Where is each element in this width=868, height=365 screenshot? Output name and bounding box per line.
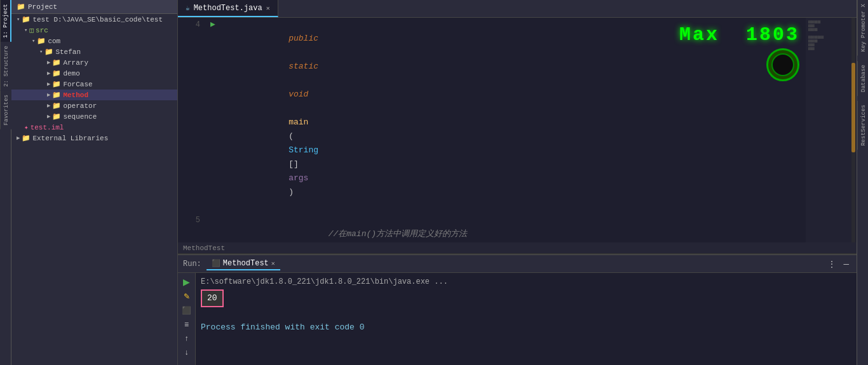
sidebar-item-structure[interactable]: 2: Structure bbox=[0, 42, 11, 91]
tree-label-forcase: ForCase bbox=[63, 81, 92, 88]
output-finished-line: Process finished with exit code 0 bbox=[201, 321, 851, 334]
type-string: String bbox=[288, 145, 318, 155]
tree-label-sequence: sequence bbox=[63, 113, 97, 121]
tree-label-com: com bbox=[48, 37, 60, 45]
editor-minimap: ████████ ████ ██████ ██████████ ██████ █… bbox=[806, 18, 857, 242]
editor-tabs: ☕ MethodTest.java ✕ bbox=[178, 0, 857, 18]
tree-item-test[interactable]: ▾ 📁 test D:\JAVA_SE\basic_code\test bbox=[11, 14, 177, 25]
scrollbar-track[interactable] bbox=[851, 18, 855, 242]
run-tab-close[interactable]: ✕ bbox=[271, 260, 275, 267]
tree-label-test: test D:\JAVA_SE\basic_code\test bbox=[32, 16, 163, 23]
folder-icon-forcase: 📁 bbox=[52, 80, 61, 88]
tree-item-demo[interactable]: ▶ 📁 demo bbox=[11, 68, 177, 79]
expand-arrow: ▾ bbox=[17, 16, 20, 23]
project-sidebar: 📁 Project ▾ 📁 test D:\JAVA_SE\basic_code… bbox=[11, 0, 178, 365]
run-down-btn[interactable]: ↓ bbox=[182, 347, 191, 358]
expand-arrow-com: ▾ bbox=[32, 37, 35, 44]
tree-label-stefan: Stefan bbox=[55, 48, 81, 56]
run-tab-icon: ⬛ bbox=[212, 259, 220, 267]
run-stop-btn[interactable]: ⬛ bbox=[179, 305, 194, 316]
minimap-content: ████████ ████ ██████ ██████████ ██████ █… bbox=[806, 18, 857, 53]
tree-item-method[interactable]: ▶ 📁 Method bbox=[11, 90, 177, 100]
run-list-btn[interactable]: ≡ bbox=[182, 319, 191, 330]
expand-arrow-method: ▶ bbox=[47, 91, 50, 98]
comment-5: //在main()方法中调用定义好的方法 bbox=[288, 229, 467, 239]
kw-void-4: void bbox=[288, 90, 308, 99]
run-panel-minimize-btn[interactable]: ─ bbox=[841, 258, 851, 270]
tree-item-external-libs[interactable]: ▶ 📁 External Libraries bbox=[11, 133, 177, 143]
line-gutter-4: ▶ bbox=[207, 18, 219, 213]
expand-arrow-operator: ▶ bbox=[47, 102, 50, 109]
line-content-5: //在main()方法中调用定义好的方法 bbox=[219, 213, 806, 242]
run-panel-menu-btn[interactable]: ⋮ bbox=[825, 258, 838, 270]
run-tab-methodtest[interactable]: ⬛ MethodTest ✕ bbox=[207, 258, 280, 270]
expand-arrow-sequence: ▶ bbox=[47, 113, 50, 120]
right-tab-key-promoter[interactable]: Key Promoter X bbox=[857, 0, 868, 56]
run-panel-body: ▶ ✎ ⬛ ≡ ↑ ↓ E:\software\jdk1.8.0_221\jdk… bbox=[178, 273, 857, 365]
run-panel-actions: ⋮ ─ bbox=[825, 258, 851, 270]
folder-icon-arrary: 📁 bbox=[52, 58, 61, 67]
code-content[interactable]: 4 ▶ public static void main ( String bbox=[178, 18, 806, 242]
line-content-4: public static void main ( String [] args bbox=[219, 18, 806, 213]
sidebar-title: Project bbox=[28, 3, 57, 11]
folder-icon: 📁 bbox=[17, 3, 25, 11]
tree-item-sequence[interactable]: ▶ 📁 sequence bbox=[11, 111, 177, 122]
left-side-tabs: 1: Project 2: Structure Favorites bbox=[0, 0, 11, 365]
tab-label-methodtest: MethodTest.java bbox=[194, 4, 262, 13]
expand-arrow-demo: ▶ bbox=[47, 70, 50, 77]
expand-arrow-stefan: ▾ bbox=[39, 48, 43, 55]
scrollbar-thumb[interactable] bbox=[851, 63, 855, 153]
output-number-value: 20 bbox=[201, 289, 224, 307]
tab-close-methodtest[interactable]: ✕ bbox=[266, 4, 270, 12]
code-area-wrapper: 4 ▶ public static void main ( String bbox=[178, 18, 857, 242]
run-tab-label: MethodTest bbox=[223, 259, 269, 268]
expand-arrow-src: ▾ bbox=[24, 27, 27, 34]
tree-label-iml: test.iml bbox=[31, 124, 64, 131]
output-number-line: 20 bbox=[201, 288, 851, 309]
code-line-4: 4 ▶ public static void main ( String bbox=[178, 18, 806, 213]
kw-static-4: static bbox=[288, 62, 318, 71]
line-num-5: 5 bbox=[178, 213, 207, 242]
iml-icon: ✦ bbox=[24, 123, 29, 131]
folder-icon-demo: 📁 bbox=[52, 69, 61, 77]
expand-arrow-forcase: ▶ bbox=[47, 81, 50, 88]
src-icon: ◫ bbox=[29, 26, 34, 34]
run-rerun-btn[interactable]: ▶ bbox=[180, 275, 193, 288]
tree-label-demo: demo bbox=[63, 70, 79, 77]
run-toolbar: ▶ ✎ ⬛ ≡ ↑ ↓ bbox=[178, 273, 196, 365]
folder-icon-com: 📁 bbox=[37, 37, 46, 45]
breadcrumb-text: MethodTest bbox=[183, 244, 225, 252]
folder-icon-sequence: 📁 bbox=[52, 112, 61, 121]
tab-file-icon: ☕ bbox=[186, 4, 190, 12]
run-up-btn[interactable]: ↑ bbox=[182, 333, 191, 344]
folder-icon-operator: 📁 bbox=[52, 102, 61, 110]
sidebar-item-favorites[interactable]: Favorites bbox=[0, 91, 11, 129]
main-container: ☕ MethodTest.java ✕ 4 ▶ public static bbox=[178, 0, 857, 365]
param-args: args bbox=[288, 173, 308, 183]
right-tab-database[interactable]: Database bbox=[857, 61, 868, 96]
tree-label-src: src bbox=[36, 27, 48, 34]
tree-item-arrary[interactable]: ▶ 📁 Arrary bbox=[11, 57, 177, 68]
right-tab-rest[interactable]: RestServices bbox=[857, 101, 868, 150]
output-finished-text: Process finished with exit code 0 bbox=[201, 322, 364, 332]
expand-arrow-ext: ▶ bbox=[17, 135, 20, 142]
tree-item-src[interactable]: ▾ ◫ src bbox=[11, 25, 177, 36]
tree-item-stefan[interactable]: ▾ 📁 Stefan bbox=[11, 46, 177, 57]
code-line-5: 5 //在main()方法中调用定义好的方法 bbox=[178, 213, 806, 242]
expand-arrow-arrary: ▶ bbox=[47, 59, 50, 66]
tree-label-ext: External Libraries bbox=[32, 135, 108, 142]
tree-label-method: Method bbox=[63, 91, 88, 99]
output-cmd-line: E:\software\jdk1.8.0_221\jdk1.8.0_221\bi… bbox=[201, 275, 851, 288]
tab-methodtest[interactable]: ☕ MethodTest.java ✕ bbox=[178, 0, 278, 17]
output-cmd-text: E:\software\jdk1.8.0_221\jdk1.8.0_221\bi… bbox=[201, 277, 448, 286]
editor-container: ☕ MethodTest.java ✕ 4 ▶ public static bbox=[178, 0, 857, 254]
tree-item-forcase[interactable]: ▶ 📁 ForCase bbox=[11, 79, 177, 90]
sidebar-header: 📁 Project bbox=[11, 0, 177, 14]
sidebar-item-project[interactable]: 1: Project bbox=[0, 0, 11, 42]
tree-item-com[interactable]: ▾ 📁 com bbox=[11, 36, 177, 46]
run-label: Run: bbox=[183, 260, 201, 269]
tree-label-operator: operator bbox=[63, 102, 97, 110]
run-edit-btn[interactable]: ✎ bbox=[181, 291, 193, 302]
tree-item-iml[interactable]: ✦ test.iml bbox=[11, 122, 177, 133]
tree-item-operator[interactable]: ▶ 📁 operator bbox=[11, 100, 177, 111]
